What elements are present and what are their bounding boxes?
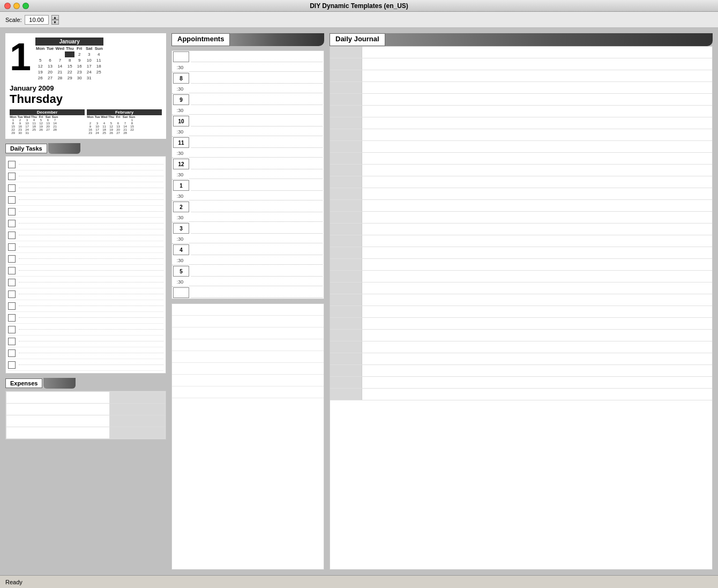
journal-row[interactable] [330, 282, 712, 294]
appointment-content[interactable] [191, 202, 323, 212]
journal-row-content[interactable] [362, 282, 712, 294]
task-checkbox[interactable] [8, 361, 16, 369]
task-checkbox[interactable] [8, 173, 16, 180]
task-checkbox[interactable] [8, 349, 16, 357]
appointment-content[interactable] [189, 256, 323, 265]
journal-row[interactable] [330, 389, 712, 400]
journal-row[interactable] [330, 141, 712, 153]
task-checkbox[interactable] [8, 184, 16, 192]
appointment-content[interactable] [189, 128, 323, 136]
journal-row-content[interactable] [362, 165, 712, 176]
journal-row-content[interactable] [362, 224, 712, 235]
notes-row[interactable] [172, 386, 324, 398]
task-checkbox[interactable] [8, 267, 16, 274]
journal-row-content[interactable] [362, 353, 712, 364]
window-controls[interactable] [4, 3, 29, 9]
journal-row[interactable] [330, 58, 712, 70]
scale-input[interactable] [25, 15, 49, 25]
journal-row-content[interactable] [362, 141, 712, 152]
journal-row[interactable] [330, 247, 712, 259]
appointment-content[interactable] [189, 170, 323, 179]
journal-row[interactable] [330, 176, 712, 188]
task-checkbox[interactable] [8, 208, 16, 215]
stepper-up[interactable]: ▲ [51, 15, 59, 20]
journal-row[interactable] [330, 70, 712, 82]
journal-row[interactable] [330, 353, 712, 365]
journal-row-content[interactable] [362, 70, 712, 81]
appointment-content[interactable] [191, 244, 323, 255]
journal-row-content[interactable] [362, 117, 712, 129]
appointment-content[interactable] [191, 94, 323, 105]
journal-row[interactable] [330, 294, 712, 306]
appointment-content[interactable] [191, 51, 323, 62]
journal-row[interactable] [330, 341, 712, 353]
notes-row[interactable] [172, 328, 324, 339]
appointment-content[interactable] [189, 278, 323, 286]
notes-row[interactable] [172, 339, 324, 351]
journal-row[interactable] [330, 377, 712, 389]
task-checkbox[interactable] [8, 291, 16, 298]
journal-row[interactable] [330, 188, 712, 200]
journal-row[interactable] [330, 318, 712, 330]
journal-row-content[interactable] [362, 58, 712, 70]
journal-row-content[interactable] [362, 365, 712, 376]
journal-row[interactable] [330, 106, 712, 117]
journal-row[interactable] [330, 212, 712, 224]
journal-row[interactable] [330, 94, 712, 106]
journal-row[interactable] [330, 224, 712, 235]
journal-row-content[interactable] [362, 212, 712, 223]
journal-row-content[interactable] [362, 377, 712, 388]
journal-row[interactable] [330, 153, 712, 165]
task-checkbox[interactable] [8, 338, 16, 345]
journal-row-content[interactable] [362, 176, 712, 188]
task-checkbox[interactable] [8, 326, 16, 333]
stepper-down[interactable]: ▼ [51, 20, 59, 25]
appointment-content[interactable] [189, 85, 323, 93]
journal-row[interactable] [330, 365, 712, 377]
task-checkbox[interactable] [8, 302, 16, 310]
journal-row[interactable] [330, 271, 712, 282]
task-checkbox[interactable] [8, 220, 16, 227]
journal-row[interactable] [330, 330, 712, 341]
task-checkbox[interactable] [8, 232, 16, 239]
task-checkbox[interactable] [8, 314, 16, 322]
appointment-content[interactable] [189, 192, 323, 200]
notes-row[interactable] [172, 316, 324, 328]
journal-row-content[interactable] [362, 330, 712, 341]
journal-row-content[interactable] [362, 47, 712, 58]
task-checkbox[interactable] [8, 161, 16, 168]
notes-row[interactable] [172, 304, 324, 316]
task-checkbox[interactable] [8, 255, 16, 263]
journal-row[interactable] [330, 200, 712, 212]
appointment-content[interactable] [191, 223, 323, 234]
notes-row[interactable] [172, 351, 324, 363]
maximize-button[interactable] [23, 3, 29, 9]
appointment-content[interactable] [191, 180, 323, 191]
journal-row-content[interactable] [362, 82, 712, 93]
appointment-content[interactable] [191, 116, 323, 126]
scale-stepper[interactable]: ▲ ▼ [51, 15, 59, 25]
journal-row-content[interactable] [362, 341, 712, 353]
appointment-content[interactable] [189, 106, 323, 115]
journal-row-content[interactable] [362, 235, 712, 247]
journal-row-content[interactable] [362, 188, 712, 199]
appointment-content[interactable] [191, 137, 323, 148]
appointment-content[interactable] [189, 63, 323, 72]
journal-row[interactable] [330, 259, 712, 271]
close-button[interactable] [4, 3, 11, 9]
journal-row-content[interactable] [362, 153, 712, 164]
journal-row[interactable] [330, 117, 712, 129]
appointment-content[interactable] [191, 287, 323, 298]
journal-row-content[interactable] [362, 294, 712, 306]
journal-row[interactable] [330, 165, 712, 176]
task-checkbox[interactable] [8, 279, 16, 286]
journal-row-content[interactable] [362, 271, 712, 282]
notes-row[interactable] [172, 363, 324, 375]
journal-row[interactable] [330, 235, 712, 247]
appointment-content[interactable] [189, 235, 323, 243]
journal-row[interactable] [330, 82, 712, 94]
journal-row-content[interactable] [362, 306, 712, 317]
journal-row-content[interactable] [362, 247, 712, 258]
journal-row-content[interactable] [362, 106, 712, 117]
minimize-button[interactable] [13, 3, 20, 9]
